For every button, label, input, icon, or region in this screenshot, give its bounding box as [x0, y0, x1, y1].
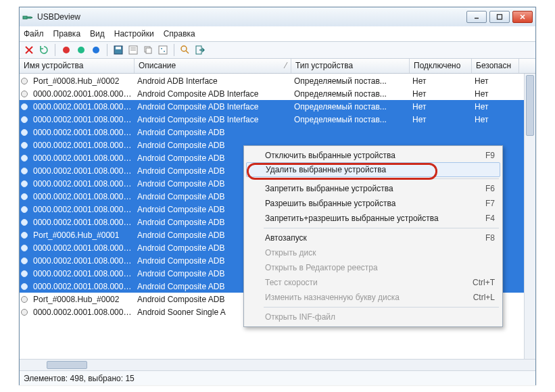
- status-blue-icon[interactable]: [91, 45, 101, 55]
- table-row[interactable]: 0000.0002.0001.008.000.0...Android Compo…: [20, 113, 535, 126]
- delete-icon[interactable]: [24, 45, 34, 55]
- scroll-thumb[interactable]: [526, 75, 534, 136]
- col-safe[interactable]: Безопасн: [472, 59, 519, 73]
- window-title: USBDeview: [37, 12, 80, 22]
- refresh-icon[interactable]: [39, 45, 49, 55]
- horizontal-scrollbar[interactable]: [20, 359, 535, 370]
- ctx-autorun[interactable]: АвтозапускF8: [246, 230, 500, 245]
- svg-rect-12: [146, 48, 151, 53]
- table-row[interactable]: 0000.0002.0001.008.000.0...Android Compo…: [20, 126, 535, 139]
- svg-rect-0: [23, 16, 27, 19]
- ctx-opendisk: Открыть диск: [246, 245, 500, 260]
- app-icon: [22, 11, 33, 22]
- menu-view[interactable]: Вид: [90, 29, 105, 39]
- exit-icon[interactable]: [195, 45, 206, 55]
- ctx-inf: Открыть INF-файл: [246, 310, 500, 324]
- ctx-disable[interactable]: Запретить выбранные устройстваF6: [246, 181, 500, 196]
- table-row[interactable]: Port_#0008.Hub_#0002Android ADB Interfac…: [20, 74, 535, 87]
- svg-rect-13: [159, 46, 167, 54]
- col-connected[interactable]: Подключено: [410, 59, 472, 73]
- svg-rect-7: [116, 47, 121, 49]
- separator: [264, 228, 499, 228]
- svg-point-14: [161, 48, 162, 49]
- grid-header: Имя устройства Описание Тип устройства П…: [20, 59, 535, 74]
- ctx-regedit: Открыть в Редакторе реестра: [246, 260, 500, 275]
- context-menu: Отключить выбранные устройстваF9 Удалить…: [243, 145, 503, 327]
- svg-rect-2: [498, 15, 502, 20]
- status-text: Элементов: 498, выбрано: 15: [24, 374, 135, 383]
- svg-point-4: [78, 47, 85, 53]
- maximize-button[interactable]: [489, 11, 510, 23]
- close-button[interactable]: [512, 11, 533, 23]
- ctx-speed: Тест скоростиCtrl+T: [246, 275, 500, 290]
- status-green-icon[interactable]: [76, 45, 87, 55]
- menu-edit[interactable]: Правка: [53, 29, 81, 39]
- scroll-thumb[interactable]: [47, 361, 87, 369]
- col-type[interactable]: Тип устройства: [291, 59, 410, 73]
- menu-settings[interactable]: Настройки: [114, 29, 154, 39]
- ctx-drive: Изменить назначенную букву дискаCtrl+L: [246, 290, 500, 305]
- svg-point-3: [63, 47, 70, 53]
- table-row[interactable]: 0000.0002.0001.008.000.0...Android Compo…: [20, 87, 535, 100]
- menubar: Файл Правка Вид Настройки Справка: [20, 26, 535, 41]
- svg-point-5: [93, 47, 99, 53]
- statusbar: Элементов: 498, выбрано: 15: [20, 370, 535, 385]
- separator: [107, 44, 107, 56]
- minimize-button[interactable]: [466, 11, 487, 23]
- find-icon[interactable]: [180, 45, 191, 55]
- menu-help[interactable]: Справка: [164, 29, 195, 39]
- svg-point-16: [181, 46, 187, 51]
- separator: [264, 307, 499, 308]
- ctx-toggle[interactable]: Запретить+разрешить выбранные устройства…: [246, 211, 500, 226]
- svg-point-15: [164, 51, 165, 52]
- toolbar: [20, 41, 535, 59]
- copy-icon[interactable]: [143, 45, 153, 55]
- menu-file[interactable]: Файл: [24, 29, 44, 39]
- status-red-icon[interactable]: [61, 45, 72, 55]
- svg-line-17: [186, 51, 189, 53]
- properties-icon[interactable]: [128, 45, 139, 55]
- separator: [174, 44, 174, 56]
- separator: [264, 178, 499, 179]
- col-desc[interactable]: Описание: [135, 59, 291, 73]
- table-row[interactable]: 0000.0002.0001.008.000.0...Android Compo…: [20, 100, 535, 113]
- ctx-delete[interactable]: Удалить выбранные устройства: [246, 162, 500, 177]
- separator: [55, 44, 55, 56]
- options-icon[interactable]: [158, 45, 168, 55]
- save-icon[interactable]: [113, 45, 124, 55]
- col-name[interactable]: Имя устройства: [20, 59, 135, 73]
- titlebar[interactable]: USBDeview: [20, 7, 535, 26]
- ctx-enable[interactable]: Разрешить выбранные устройстваF7: [246, 196, 500, 211]
- ctx-disconnect[interactable]: Отключить выбранные устройстваF9: [246, 148, 500, 163]
- vertical-scrollbar[interactable]: [524, 74, 535, 359]
